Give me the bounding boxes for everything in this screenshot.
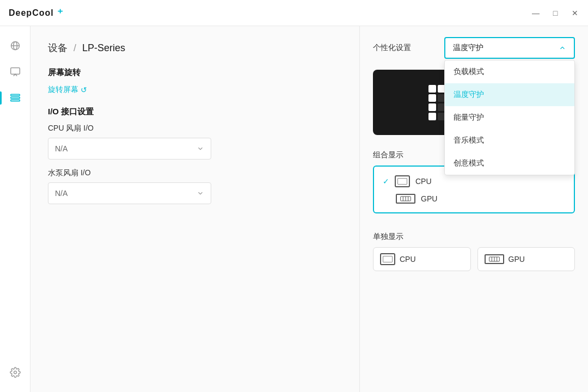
combo-cpu-label: CPU [415, 177, 432, 186]
personalization-dropdown[interactable]: 温度守护 [444, 37, 575, 59]
main-layout: 设备 / LP-Series 屏幕旋转 旋转屏幕 ↺ I/O 接口设置 CPU … [0, 26, 588, 392]
logo-icon: ⁺ [57, 7, 64, 20]
chevron-up-icon [559, 44, 566, 52]
window-controls: — □ ✕ [531, 9, 579, 17]
led-cell [428, 113, 436, 120]
brand-name: DeepCool [9, 8, 54, 18]
close-button[interactable]: ✕ [571, 9, 579, 17]
solo-display-section: 单独显示 CPU GPU [373, 232, 575, 271]
sidebar-item-device[interactable] [4, 87, 26, 109]
svg-point-7 [14, 371, 16, 374]
combo-cpu-check: ✓ [383, 177, 389, 186]
pump-fan-value: N/A [55, 189, 68, 198]
solo-cpu-label: CPU [400, 255, 416, 264]
personalization-label: 个性化设置 [373, 43, 411, 53]
solo-display-title: 单独显示 [373, 232, 575, 242]
breadcrumb-separator: / [74, 42, 76, 53]
breadcrumb: 设备 / LP-Series [48, 41, 342, 54]
solo-gpu-item[interactable]: GPU [477, 247, 575, 271]
solo-cpu-item[interactable]: CPU [373, 247, 471, 271]
dropdown-item-energy[interactable]: 能量守护 [445, 106, 574, 129]
dropdown-item-temp-guard[interactable]: 温度守护 [445, 83, 574, 106]
cpu-fan-value: N/A [55, 144, 68, 153]
solo-gpu-icon [485, 254, 504, 264]
maximize-button[interactable]: □ [551, 9, 560, 17]
io-settings-title: I/O 接口设置 [48, 107, 342, 117]
pump-fan-label: 水泵风扇 I/O [48, 168, 342, 178]
combo-gpu-label: GPU [421, 194, 437, 203]
minimize-button[interactable]: — [531, 9, 540, 17]
chevron-down-icon [197, 189, 204, 197]
app-logo: DeepCool ⁺ [9, 7, 64, 20]
led-cell [428, 94, 436, 102]
breadcrumb-parent: 设备 [48, 42, 68, 53]
screen-rotation-title: 屏幕旋转 [48, 68, 342, 78]
right-panel: 个性化设置 温度守护 负载模式 温度守护 能量守护 音乐模式 创意模式 [359, 26, 588, 392]
sidebar [0, 26, 30, 392]
led-cell [428, 85, 436, 93]
chevron-down-icon [197, 145, 204, 152]
solo-gpu-label: GPU [509, 255, 525, 264]
combo-gpu-item[interactable]: GPU [381, 191, 567, 207]
svg-rect-3 [10, 68, 20, 75]
sidebar-item-monitor[interactable] [4, 61, 26, 83]
titlebar: DeepCool ⁺ — □ ✕ [0, 0, 588, 26]
dropdown-menu: 负载模式 温度守护 能量守护 音乐模式 创意模式 [444, 60, 575, 175]
pump-fan-select[interactable]: N/A [48, 182, 211, 204]
dropdown-item-load[interactable]: 负载模式 [445, 60, 574, 83]
sidebar-item-settings[interactable] [4, 362, 26, 383]
solo-display-grid: CPU GPU [373, 247, 575, 271]
dropdown-item-music[interactable]: 音乐模式 [445, 129, 574, 152]
rotate-screen-link[interactable]: 旋转屏幕 ↺ [48, 85, 87, 95]
dropdown-item-creative[interactable]: 创意模式 [445, 152, 574, 175]
gpu-chip-icon [396, 194, 415, 204]
cpu-chip-icon [395, 175, 410, 187]
content-area: 设备 / LP-Series 屏幕旋转 旋转屏幕 ↺ I/O 接口设置 CPU … [30, 26, 359, 392]
cpu-fan-label: CPU 风扇 I/O [48, 124, 342, 133]
svg-rect-5 [10, 97, 20, 99]
breadcrumb-current: LP-Series [82, 42, 125, 53]
dropdown-container: 温度守护 负载模式 温度守护 能量守护 音乐模式 创意模式 [444, 37, 575, 59]
sidebar-item-globe[interactable] [4, 35, 26, 57]
svg-rect-6 [10, 100, 20, 101]
svg-rect-4 [10, 94, 20, 96]
solo-cpu-icon [380, 253, 395, 265]
led-cell [428, 103, 436, 111]
io-settings-section: I/O 接口设置 CPU 风扇 I/O N/A 水泵风扇 I/O N/A [48, 107, 342, 204]
dropdown-selected: 温度守护 [453, 43, 483, 53]
cpu-fan-select[interactable]: N/A [48, 138, 211, 160]
